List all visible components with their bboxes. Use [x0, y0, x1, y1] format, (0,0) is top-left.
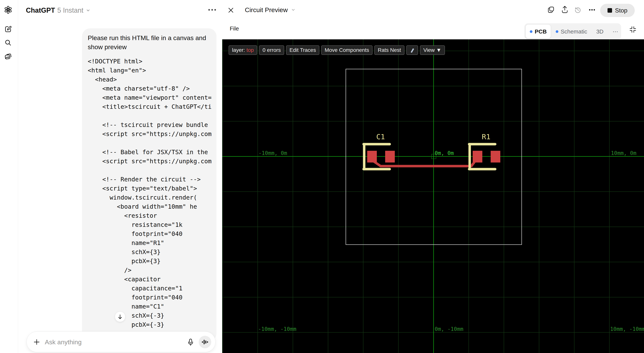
move-components-button[interactable]: Move Components: [321, 45, 372, 55]
search-icon[interactable]: [4, 39, 12, 47]
grid-label-bottom-center: 0m, -10mm: [435, 326, 464, 332]
code-line: <script src="https://unpkg.com: [88, 129, 212, 139]
pcb-status-dot: [530, 30, 532, 33]
pcb-canvas[interactable]: C1 R1 -10mm, 0m 0m, 0m 10mm, 0m -10mm, -…: [222, 39, 644, 353]
arrow-down-icon: [117, 314, 123, 319]
r1-pad-1[interactable]: [473, 151, 482, 163]
chevron-down-icon: [291, 7, 296, 12]
sidebar: [0, 0, 18, 353]
code-line: <resistor: [88, 211, 212, 220]
code-line: schX={3}: [88, 247, 212, 256]
new-chat-icon[interactable]: [4, 25, 12, 33]
more-options-icon[interactable]: [588, 8, 596, 11]
canvas-title: Circuit Preview: [245, 6, 288, 14]
canvas-title-row[interactable]: Circuit Preview: [245, 6, 296, 14]
microphone-icon[interactable]: [187, 338, 194, 346]
code-line: <title>tscircuit + ChatGPT</ti: [88, 102, 212, 111]
stop-label: Stop: [615, 7, 628, 14]
history-icon[interactable]: [574, 6, 582, 14]
code-line: footprint="040: [88, 293, 212, 302]
layer-prefix: layer:: [232, 47, 245, 53]
code-line: name="R1": [88, 238, 212, 247]
library-icon[interactable]: [4, 53, 12, 61]
waveform-icon: [202, 339, 208, 345]
grid-label-bottom-right: 10mm, -10mm: [610, 326, 644, 332]
canvas-panel: Circuit Preview Stop File PCB: [222, 0, 644, 353]
axes: [222, 39, 644, 353]
user-message-bubble: Please run this HTML file in a canvas an…: [82, 28, 216, 341]
share-icon[interactable]: [561, 6, 568, 14]
tab-more-label: ⋯: [612, 28, 618, 35]
code-line: <script type="text/babel">: [88, 184, 212, 193]
collapse-fullscreen-icon[interactable]: [629, 26, 637, 33]
chat-more-icon[interactable]: [208, 8, 217, 12]
code-line: <!-- Render the circuit -->: [88, 175, 212, 184]
tab-pcb[interactable]: PCB: [526, 25, 551, 39]
copy-icon[interactable]: [547, 6, 555, 14]
code-line: <head>: [88, 75, 212, 84]
code-line: capacitance="1: [88, 284, 212, 293]
code-line: footprint="040: [88, 229, 212, 238]
chat-title: ChatGPT: [26, 7, 55, 14]
code-line: <meta charset="utf-8" />: [88, 84, 212, 93]
code-line: <board width="10mm" he: [88, 202, 212, 211]
openai-logo-icon[interactable]: [4, 6, 12, 14]
view-tab-strip: PCB Schematic 3D ⋯: [524, 23, 621, 40]
code-line: name="C1": [88, 302, 212, 311]
schematic-status-dot: [556, 30, 558, 33]
code-line: resistance="1k: [88, 220, 212, 229]
rats-nest-button[interactable]: Rats Nest: [374, 45, 404, 55]
scroll-to-bottom-button[interactable]: [115, 311, 125, 322]
code-line: <script src="https://unpkg.com: [88, 157, 212, 166]
code-line: <!DOCTYPE html>: [88, 57, 212, 66]
tab-schematic-label: Schematic: [560, 28, 587, 35]
chat-input[interactable]: [45, 337, 151, 347]
code-line: <!-- Babel for JSX/TSX in the: [88, 148, 212, 157]
pasted-code-block: <!DOCTYPE html><html lang="en"> <head> <…: [88, 57, 212, 338]
c1-pad-2[interactable]: [385, 151, 395, 163]
stop-button[interactable]: Stop: [600, 4, 635, 17]
chat-model-label[interactable]: 5 Instant: [57, 7, 84, 14]
grid-label-mid-left: -10mm, 0m: [258, 150, 287, 156]
grid-label-origin: 0m, 0m: [435, 150, 454, 156]
pcb-toolbar: layer: top 0 errors Edit Traces Move Com…: [228, 45, 445, 55]
r1-pad-2[interactable]: [491, 151, 500, 163]
close-icon[interactable]: [228, 7, 234, 14]
grid-label-bottom-left: -10mm, -10mm: [258, 326, 296, 332]
code-line: window.tscircuit.render(: [88, 193, 212, 202]
c1-pad-1[interactable]: [367, 151, 377, 163]
r1-label: R1: [482, 133, 490, 141]
grid-label-mid-right: 10mm, 0m: [611, 150, 636, 156]
code-line: <meta name="viewport" content=: [88, 93, 212, 102]
code-line: [88, 139, 212, 148]
code-line: [88, 111, 212, 120]
message-line: Please run this HTML file in a canvas an…: [88, 33, 212, 42]
tab-pcb-label: PCB: [535, 28, 546, 35]
code-line: pcbX={3}: [88, 256, 212, 266]
pencil-icon: [410, 47, 415, 53]
message-line: show preview: [88, 42, 212, 52]
edit-traces-button[interactable]: Edit Traces: [286, 45, 319, 55]
layer-value: top: [246, 47, 254, 53]
grid-lines: [222, 39, 644, 353]
code-line: <!-- tscircuit preview bundle: [88, 120, 212, 129]
chat-header: ChatGPT 5 Instant: [26, 6, 90, 15]
tab-schematic[interactable]: Schematic: [552, 25, 591, 39]
chat-composer: [26, 331, 216, 352]
errors-button[interactable]: 0 errors: [259, 45, 284, 55]
code-line: pcbX={-3}: [88, 320, 212, 329]
tab-more[interactable]: ⋯: [608, 25, 622, 39]
attach-plus-icon[interactable]: [33, 338, 40, 346]
voice-mode-button[interactable]: [199, 336, 211, 348]
chevron-down-icon[interactable]: [86, 8, 90, 13]
view-dropdown-button[interactable]: View ▼: [420, 45, 445, 55]
file-menu[interactable]: File: [230, 25, 239, 32]
layer-button[interactable]: layer: top: [228, 45, 257, 55]
pencil-tool-button[interactable]: [406, 45, 418, 55]
code-line: <html lang="en">: [88, 66, 212, 75]
code-line: schX={-3}: [88, 311, 212, 320]
code-line: />: [88, 266, 212, 275]
tab-3d[interactable]: 3D: [592, 25, 608, 39]
code-line: <capacitor: [88, 275, 212, 284]
c1-label: C1: [376, 133, 385, 141]
